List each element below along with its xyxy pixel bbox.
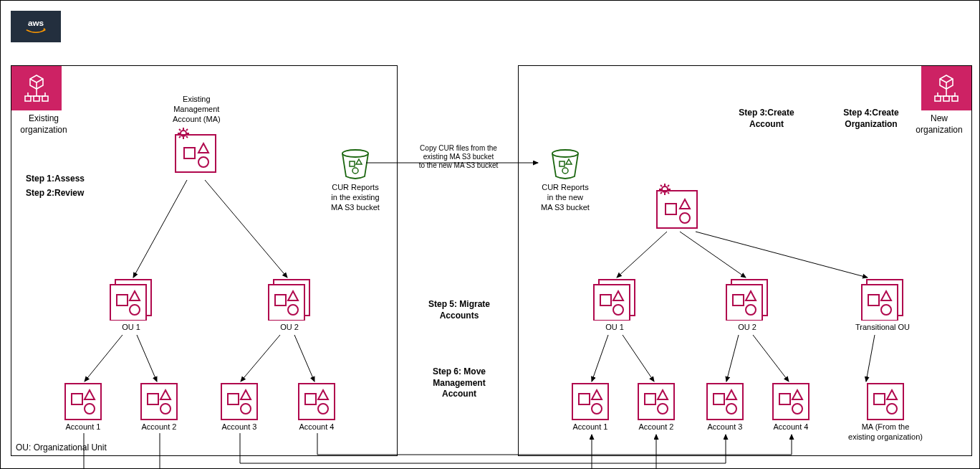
existing-ou-2: OU 2 [268,279,311,333]
svg-rect-5 [943,96,949,101]
cur-bucket-new: CUR Reportsin the newMA S3 bucket [541,149,590,212]
existing-org-icon [11,66,62,110]
new-account-3: Account 3 [706,383,744,432]
new-account-4: Account 4 [772,383,810,432]
existing-org-label: Existingorganization [19,113,69,136]
svg-text:aws: aws [28,18,44,27]
new-ou-2: OU 2 [726,279,769,333]
existing-account-1: Account 1 [64,383,102,432]
new-org-label: Neworganization [914,113,964,136]
copy-cur-label: Copy CUR files from theexisting MA S3 bu… [401,144,516,170]
new-ou-1: OU 1 [593,279,636,333]
new-org-icon [921,66,971,110]
aws-logo: aws [11,11,61,42]
step-5: Step 5: MigrateAccounts [416,299,502,321]
svg-rect-4 [935,96,941,101]
new-ma [656,182,699,229]
new-ma-from-existing: MA (From theexisting organization) [846,383,925,442]
step-4: Step 4:CreateOrganization [835,108,907,130]
new-ou-transitional: Transitional OU [855,279,910,333]
svg-rect-6 [952,96,958,101]
existing-account-2: Account 2 [140,383,178,432]
step-1: Step 1:Assess [26,174,85,185]
new-account-2: Account 2 [638,383,675,432]
ou-footnote: OU: Organizational Unit [16,442,107,453]
svg-rect-3 [42,96,48,101]
new-account-1: Account 1 [572,383,609,432]
cur-bucket-existing: CUR Reportsin the existingMA S3 bucket [331,149,380,212]
step-3: Step 3:CreateAccount [731,108,802,130]
step-2: Step 2:Review [26,188,84,199]
existing-account-4: Account 4 [298,383,335,432]
step-6: Step 6: MoveManagementAccount [416,366,502,400]
existing-ma: ExistingManagementAccount (MA) [173,95,221,174]
diagram-canvas: aws Existingorganization Step 1:Assess S… [0,0,980,469]
existing-account-3: Account 3 [221,383,258,432]
svg-rect-2 [34,96,39,101]
svg-rect-1 [25,96,31,101]
existing-ou-1: OU 1 [110,279,153,333]
